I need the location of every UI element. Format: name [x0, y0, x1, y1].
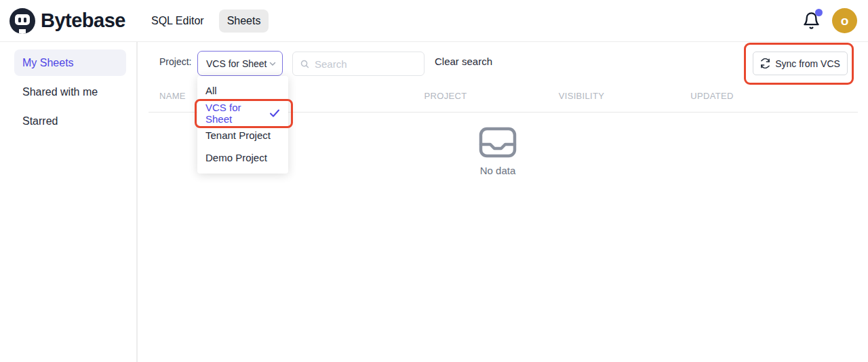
- user-avatar[interactable]: o: [832, 8, 857, 33]
- bytebase-logo-icon: [9, 8, 35, 34]
- menu-option-label: Demo Project: [205, 152, 267, 163]
- column-header-project: PROJECT: [379, 85, 512, 101]
- column-header-visibility: VISIBILITY: [512, 85, 651, 101]
- menu-option-label: Tenant Project: [205, 129, 271, 141]
- project-select[interactable]: VCS for Sheet: [197, 51, 283, 76]
- main-content: Project: VCS for Sheet Clear search S: [138, 42, 868, 362]
- sync-from-vcs-button[interactable]: Sync from VCS: [753, 52, 848, 75]
- sheet-search[interactable]: [292, 52, 425, 76]
- top-nav: SQL Editor Sheets: [143, 9, 269, 33]
- sidebar-item-my-sheets[interactable]: My Sheets: [14, 49, 126, 76]
- chevron-down-icon: [269, 60, 277, 68]
- app-header: Bytebase SQL Editor Sheets o: [0, 0, 868, 42]
- sync-refresh-icon: [760, 58, 770, 68]
- menu-option-label: All: [205, 85, 217, 96]
- project-select-value: VCS for Sheet: [206, 58, 269, 69]
- sidebar: My Sheets Shared with me Starred: [0, 42, 138, 362]
- sync-button-label: Sync from VCS: [775, 58, 840, 69]
- search-input[interactable]: [315, 58, 417, 70]
- search-icon: [300, 59, 310, 69]
- notification-badge: [815, 9, 823, 16]
- project-dropdown-menu: All VCS for Sheet Tenant Project Demo Pr…: [197, 76, 288, 174]
- menu-option-tenant-project[interactable]: Tenant Project: [197, 124, 288, 146]
- tab-sql-editor[interactable]: SQL Editor: [143, 9, 212, 33]
- column-header-updated: UPDATED: [651, 85, 773, 101]
- sidebar-item-shared-with-me[interactable]: Shared with me: [14, 79, 126, 105]
- bytebase-logo[interactable]: Bytebase: [9, 8, 125, 34]
- clear-search-button[interactable]: Clear search: [435, 56, 492, 67]
- menu-option-all[interactable]: All: [197, 79, 288, 102]
- sidebar-item-starred[interactable]: Starred: [14, 108, 126, 134]
- project-filter-label: Project:: [159, 56, 191, 67]
- brand-name: Bytebase: [41, 9, 125, 32]
- notifications-button[interactable]: [802, 11, 821, 31]
- column-header-spacer: [773, 85, 858, 91]
- menu-option-demo-project[interactable]: Demo Project: [197, 146, 288, 169]
- tab-sheets[interactable]: Sheets: [219, 9, 269, 33]
- inbox-icon: [478, 127, 517, 158]
- menu-option-vcs-for-sheet[interactable]: VCS for Sheet: [197, 102, 288, 124]
- check-icon: [269, 108, 280, 118]
- menu-option-label: VCS for Sheet: [205, 102, 269, 125]
